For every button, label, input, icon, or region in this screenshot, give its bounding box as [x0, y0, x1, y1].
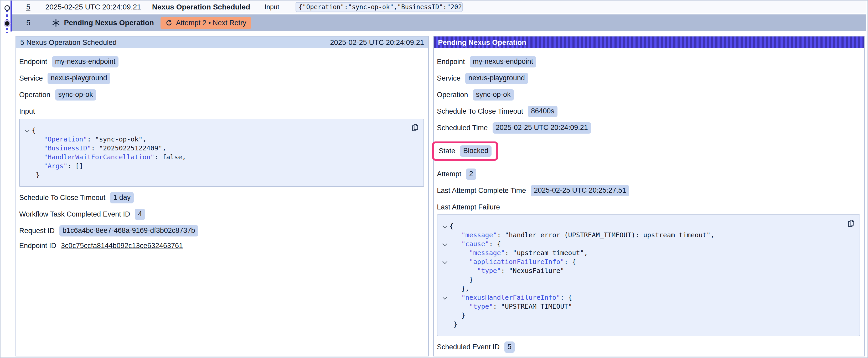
event-input-preview[interactable]: {"Operation":"sync-op-ok","BusinessID":"… [296, 2, 463, 12]
scheduled-panel-content: Endpoint my-nexus-endpoint Service nexus… [16, 48, 428, 250]
json-line: } [440, 311, 844, 320]
pending-operation-detail-panel: Pending Nexus Operation Endpoint my-nexu… [433, 36, 865, 356]
field-label: Service [19, 74, 43, 83]
json-value: } [454, 321, 457, 328]
field-label: Scheduled Time [437, 124, 488, 132]
event-timestamp: 2025-02-25 UTC 20:24:09.21 [45, 3, 141, 11]
field-label: Last Attempt Complete Time [437, 187, 526, 195]
event-input-label: Input [265, 3, 279, 11]
copy-icon [410, 123, 419, 132]
json-line: } [440, 320, 844, 329]
json-line: "HandlerWaitForCancellation": false, [22, 153, 408, 162]
retry-badge-label: Attempt 2 • Next Retry [176, 19, 246, 27]
json-key: "applicationFailureInfo" [469, 258, 564, 266]
field-value-chip: b1c6a4bc-8ee7-468a-9169-df3b02c8737b [59, 225, 198, 236]
field-request-id: Request ID b1c6a4bc-8ee7-468a-9169-df3b0… [19, 225, 424, 236]
json-value: : "handler error (UPSTREAM_TIMEOUT): ups… [497, 231, 715, 239]
event-rows: 5 2025-02-25 UTC 20:24:09.21 Nexus Opera… [12, 1, 866, 31]
field-scheduled-time: Scheduled Time 2025-02-25 UTC 20:24:09.2… [437, 122, 860, 134]
field-attempt: Attempt 2 [437, 168, 860, 180]
json-value: : [] [67, 162, 83, 170]
field-value-chip: 2025-02-25 UTC 20:25:27.51 [531, 185, 629, 196]
json-key: "type" [469, 303, 493, 310]
json-value: : "20250225122409", [91, 144, 166, 152]
field-value-chip: my-nexus-endpoint [470, 56, 536, 67]
scheduled-event-detail-panel: 5 Nexus Operation Scheduled 2025-02-25 U… [16, 36, 429, 356]
state-highlight-box: State Blocked [432, 141, 498, 161]
event-id-link[interactable]: 5 [26, 3, 30, 11]
failure-json-block: { "message": "handler error (UPSTREAM_TI… [437, 215, 860, 336]
json-key: "type" [477, 267, 501, 274]
copy-button[interactable] [846, 219, 856, 228]
field-service: Service nexus-playground [19, 73, 424, 84]
field-label: Endpoint [19, 58, 47, 66]
state-value-chip: Blocked [460, 145, 492, 157]
field-label: Service [437, 74, 461, 83]
retry-status-badge: Attempt 2 • Next Retry [160, 17, 251, 29]
event-row-pending[interactable]: 5 Pending Nexus Operation Attempt 2 • Ne… [12, 14, 866, 31]
json-key: "message" [469, 249, 505, 257]
input-json-block: { "Operation": "sync-op-ok", "BusinessID… [19, 119, 424, 187]
field-operation: Operation sync-op-ok [437, 89, 860, 100]
json-line: "type": "UPSTREAM_TIMEOUT" [440, 302, 844, 311]
json-line: "nexusHandlerFailureInfo": { [440, 293, 844, 302]
field-workflow-task-completed-event-id: Workflow Task Completed Event ID 4 [19, 209, 424, 220]
json-value: { [450, 222, 454, 230]
field-value-chip: my-nexus-endpoint [52, 56, 119, 67]
field-value-chip: sync-op-ok [473, 89, 514, 100]
json-line: { [440, 222, 844, 231]
json-line: "message": "handler error (UPSTREAM_TIME… [440, 231, 844, 240]
collapse-chevron-icon[interactable] [442, 223, 447, 228]
field-label: Request ID [19, 227, 55, 235]
field-value-chip: 2025-02-25 UTC 20:24:09.21 [493, 122, 591, 134]
field-value-chip: 86400s [528, 106, 557, 117]
collapse-chevron-icon[interactable] [442, 241, 447, 246]
endpoint-id-link[interactable]: 3c0c75ccfa8144b092c13ce632463761 [61, 242, 183, 250]
field-label: Scheduled Event ID [437, 343, 500, 351]
copy-icon [846, 219, 856, 228]
event-row-scheduled[interactable]: 5 2025-02-25 UTC 20:24:09.21 Nexus Opera… [12, 1, 866, 13]
event-title: Nexus Operation Scheduled [152, 3, 250, 11]
pending-panel-header: Pending Nexus Operation [434, 36, 864, 48]
field-value-chip: sync-op-ok [55, 89, 96, 100]
field-label: Operation [19, 91, 51, 99]
json-key: "BusinessID" [43, 144, 91, 152]
field-scheduled-event-id: Scheduled Event ID 5 [437, 341, 860, 353]
field-value-chip: 4 [135, 209, 145, 220]
field-state: State Blocked [439, 145, 492, 157]
json-value: : false, [154, 153, 186, 161]
json-value: : "upstream timeout", [505, 249, 588, 257]
timeline-node-current-icon [5, 21, 9, 26]
field-last-attempt-complete-time: Last Attempt Complete Time 2025-02-25 UT… [437, 185, 860, 196]
json-line: "Args": [] [22, 162, 408, 171]
failure-block-label: Last Attempt Failure [437, 203, 860, 211]
json-key: "Args" [43, 162, 67, 170]
field-operation: Operation sync-op-ok [19, 89, 424, 100]
field-label: Schedule To Close Timeout [437, 107, 523, 116]
field-service: Service nexus-playground [437, 73, 860, 84]
timeline-node-open-icon [4, 5, 10, 11]
field-label: Operation [437, 91, 468, 99]
json-key: "cause" [461, 240, 489, 248]
json-value: : "NexusFailure" [501, 267, 564, 274]
json-value: : { [560, 294, 572, 301]
field-value-chip: 1 day [110, 192, 134, 203]
event-detail-panels: 5 Nexus Operation Scheduled 2025-02-25 U… [16, 36, 865, 356]
field-endpoint: Endpoint my-nexus-endpoint [437, 56, 860, 67]
json-line: "message": "upstream timeout", [440, 249, 844, 258]
json-line: "BusinessID": "20250225122409", [22, 144, 408, 153]
event-id-link[interactable]: 5 [26, 19, 30, 27]
field-label: Attempt [437, 170, 461, 178]
json-line: "Operation": "sync-op-ok", [22, 135, 408, 144]
retry-icon [165, 19, 173, 27]
selected-event-indicator-bar [10, 1, 12, 32]
collapse-chevron-icon[interactable] [25, 128, 29, 132]
scheduled-panel-timestamp: 2025-02-25 UTC 20:24:09.21 [330, 38, 424, 47]
collapse-chevron-icon[interactable] [442, 295, 447, 299]
copy-button[interactable] [410, 123, 419, 132]
field-label: Endpoint [437, 58, 465, 66]
collapse-chevron-icon[interactable] [442, 259, 447, 264]
field-schedule-to-close-timeout: Schedule To Close Timeout 86400s [437, 106, 860, 117]
field-value-chip: nexus-playground [465, 73, 528, 84]
json-line: } [22, 171, 408, 180]
